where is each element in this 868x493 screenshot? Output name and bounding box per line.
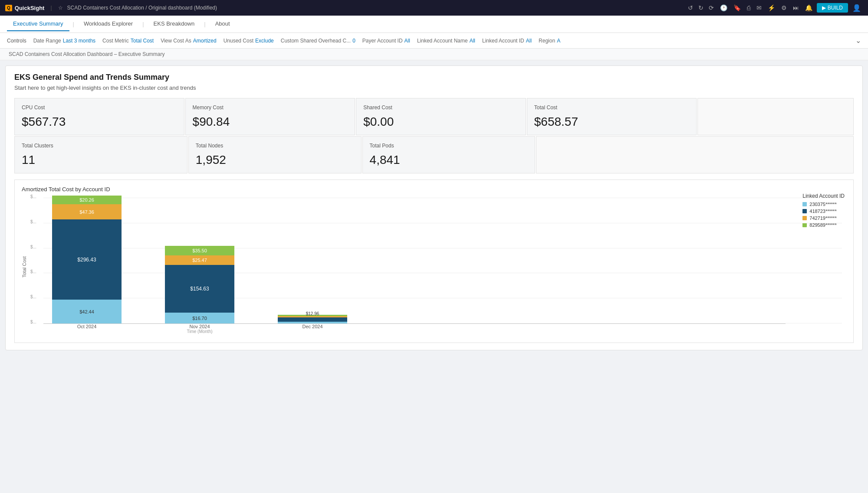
tab-bar: Executive Summary | Workloads Explorer |… [0,16,868,33]
chart-plot-area: $... $... $... $... $... $... [30,198,846,336]
y-tick-2: $... [30,294,36,299]
bell-icon[interactable]: 🔔 [803,3,814,12]
total-cost-value: $658.57 [534,115,690,129]
total-cost-card: Total Cost $658.57 [527,98,697,135]
tab-executive-summary[interactable]: Executive Summary [7,17,69,31]
redo-button[interactable]: ↻ [697,3,705,12]
date-range-control[interactable]: Date Range Last 3 months [33,38,95,44]
controls-bar: Controls Date Range Last 3 months Cost M… [0,33,868,49]
total-clusters-card: Total Clusters 11 [14,136,187,173]
y-tick-5: $... [30,219,36,224]
total-cost-label: Total Cost [534,104,690,111]
app-name: QuickSight [15,5,45,11]
bar-nov-seg-0: $16.70 [165,313,234,323]
bar-oct-label-1: $296.43 [77,257,96,263]
chart-title: Amortized Total Cost by Account ID [22,186,846,193]
bookmark-icon[interactable]: 🔖 [732,3,743,12]
bar-oct: $42.44 $296.43 $47.36 [52,196,122,323]
custom-shared-value: 0 [352,38,355,44]
linked-name-label: Linked Account Name [417,38,468,44]
x-month-dec: Dec 2024 [278,324,347,329]
breadcrumb-bar: SCAD Containers Cost Allocation Dashboar… [0,49,868,60]
custom-shared-control[interactable]: Custom Shared Overhead C... 0 [281,38,355,44]
unused-cost-value: Exclude [255,38,274,44]
filter-icon[interactable]: ⚡ [766,3,777,12]
bar-nov-seg-1: $154.63 [165,265,234,313]
tab-eks-breakdown[interactable]: EKS Breakdown [148,17,201,31]
app-logo: Q QuickSight [5,5,44,11]
toolbar-icons: ↺ ↻ ⟳ 🕐 🔖 ⎙ ✉ ⚡ ⚙ ⏭ 🔔 ▶ BUILD 👤 [686,3,863,13]
unused-cost-control[interactable]: Unused Cost Exclude [224,38,274,44]
total-pods-value: 4,841 [370,153,528,167]
breadcrumb-separator: | [50,5,52,11]
total-clusters-value: 11 [22,153,180,167]
view-cost-label: View Cost As [161,38,191,44]
payer-account-value: All [404,38,410,44]
bar-oct-label-2: $47.36 [79,209,94,215]
payer-account-label: Payer Account ID [362,38,403,44]
controls-label: Controls [7,38,26,44]
cost-metric-control[interactable]: Cost Metric Total Cost [102,38,154,44]
shared-cost-card: Shared Cost $0.00 [356,98,526,135]
bar-oct-seg-1: $296.43 [52,219,122,300]
build-icon: ▶ [822,5,826,11]
x-label-dec: Dec 2024 [278,324,347,329]
tab-divider-2: | [142,21,144,27]
bar-nov-stack: $16.70 $154.63 $25.47 $35.50 [165,246,234,323]
settings-icon[interactable]: ⚙ [779,3,789,12]
cost-metric-label: Cost Metric [102,38,129,44]
user-avatar[interactable]: 👤 [851,3,863,13]
email-icon[interactable]: ✉ [755,3,763,12]
bar-nov-label-1: $154.63 [190,286,209,292]
bars-area: $42.44 $296.43 $47.36 [43,198,786,323]
cpu-cost-card: CPU Cost $567.73 [14,98,184,135]
linked-id-value: All [526,38,532,44]
breadcrumb-text: SCAD Containers Cost Allocation Dashboar… [9,51,165,57]
region-control[interactable]: Region A [539,38,560,44]
bar-oct-seg-2: $47.36 [52,204,122,219]
payer-account-control[interactable]: Payer Account ID All [362,38,410,44]
build-label: BUILD [828,5,843,11]
bar-oct-seg-3: $20.26 [52,196,122,204]
build-button[interactable]: ▶ BUILD [817,3,848,13]
view-cost-control[interactable]: View Cost As Amortized [161,38,217,44]
unused-cost-label: Unused Cost [224,38,253,44]
app-breadcrumb: SCAD Containers Cost Allocation / Origin… [67,5,217,11]
bar-nov-label-2: $25.47 [192,258,207,263]
y-tick-4: $... [30,245,36,249]
section-subtitle: Start here to get high-level insights on… [14,85,854,91]
y-axis-label: Total Cost [22,198,27,336]
tab-divider-1: | [73,21,74,27]
skip-icon[interactable]: ⏭ [791,3,801,12]
cpu-cost-value: $567.73 [22,115,177,129]
clock-icon[interactable]: 🕐 [718,3,729,12]
infra-cards-row: Total Clusters 11 Total Nodes 1,952 Tota… [14,136,854,173]
linked-id-control[interactable]: Linked Account ID All [482,38,532,44]
y-tick-6: $... [30,194,36,199]
cpu-cost-label: CPU Cost [22,104,177,111]
bar-oct-seg-0: $42.44 [52,300,122,323]
shared-cost-label: Shared Cost [363,104,519,111]
refresh-button[interactable]: ⟳ [707,3,716,12]
region-label: Region [539,38,555,44]
bar-dec-stack: $12.96 [278,315,347,323]
undo-button[interactable]: ↺ [686,3,695,12]
shared-cost-value: $0.00 [363,115,519,129]
total-clusters-label: Total Clusters [22,143,180,149]
view-cost-value: Amortized [193,38,217,44]
share-icon[interactable]: ⎙ [745,3,752,12]
tab-workloads-explorer[interactable]: Workloads Explorer [78,17,139,31]
linked-name-control[interactable]: Linked Account Name All [417,38,475,44]
bar-oct-label-0: $42.44 [79,309,94,314]
cost-cards-row: CPU Cost $567.73 Memory Cost $90.84 Shar… [14,98,854,135]
bar-nov-seg-2: $25.47 [165,255,234,265]
controls-expand-icon[interactable]: ⌄ [855,36,861,45]
bar-dec-seg-1: $12.96 [278,317,347,322]
total-nodes-label: Total Nodes [196,143,354,149]
bar-nov-label-0: $16.70 [192,316,207,321]
bar-nov-label-3: $35.50 [192,248,207,253]
tab-about[interactable]: About [209,17,236,31]
cost-metric-value: Total Cost [131,38,154,44]
bar-oct-label-3: $20.26 [79,197,94,202]
memory-cost-value: $90.84 [193,115,348,129]
